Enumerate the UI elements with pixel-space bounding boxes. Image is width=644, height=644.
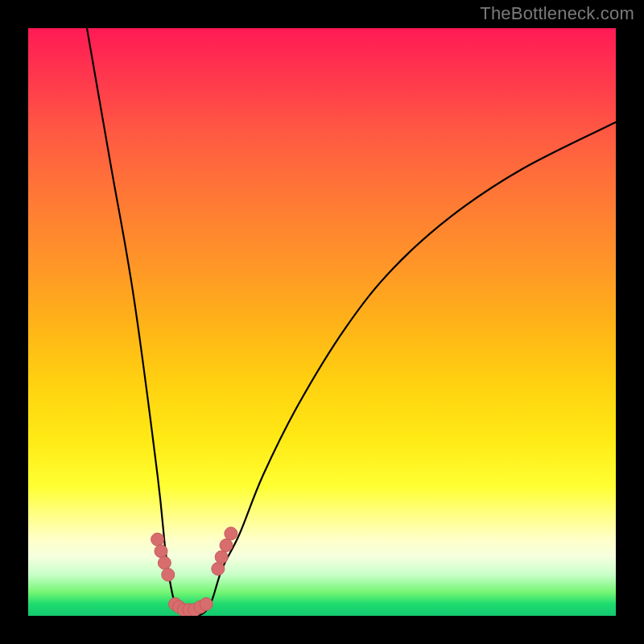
chart-container: TheBottleneck.com [0,0,644,644]
marker-dot [158,556,171,569]
marker-dot [151,533,164,546]
marker-dot [155,545,167,558]
marker-dot [162,568,175,581]
curve-layer [28,28,616,616]
watermark-text: TheBottleneck.com [480,3,634,24]
plot-area [28,28,616,616]
marker-dot [220,539,233,551]
marker-group [151,527,237,616]
marker-dot [212,563,225,576]
marker-dot [225,527,237,540]
marker-dot [200,597,213,610]
marker-dot [215,551,228,564]
bottleneck-curve [87,28,616,616]
